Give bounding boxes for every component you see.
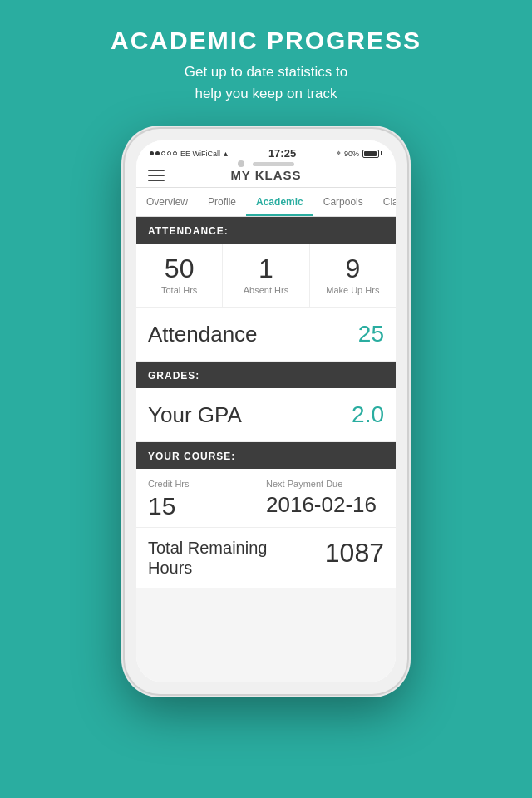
payment-label: Next Payment Due [266,479,384,489]
attendance-summary-value: 25 [358,321,384,347]
signal-icon [150,151,177,155]
hamburger-line-1 [148,170,165,171]
wifi-icon: ▴ [224,149,228,158]
attendance-summary-label: Attendance [148,322,258,347]
dot5 [173,151,177,155]
promo-subtitle: Get up to date statistics tohelp you kee… [111,62,421,104]
stat-makeup-hrs-value: 9 [317,255,389,282]
attendance-summary-row: Attendance 25 [136,308,396,362]
course-grid: Credit Hrs 15 Next Payment Due 2016-02-1… [148,479,384,520]
status-right: ⌖ 90% [337,149,382,158]
tab-classes-label: Cla... [383,196,396,208]
dot4 [167,151,171,155]
promo-title: ACADEMIC PROGRESS [111,27,421,55]
payment-col: Next Payment Due 2016-02-16 [266,479,384,520]
credit-label: Credit Hrs [148,479,266,489]
gpa-label: Your GPA [148,402,242,428]
phone-frame: EE WiFiCall ▴ 17:25 ⌖ 90% [125,129,407,694]
total-remaining-row: Total RemainingHours 1087 [136,528,396,588]
status-bar: EE WiFiCall ▴ 17:25 ⌖ 90% [136,140,396,163]
carrier-label: EE WiFiCall [180,150,220,158]
stat-total-hrs-label: Total Hrs [143,285,215,295]
battery-percent: 90% [344,150,359,158]
tabs-bar: Overview Profile Academic Carpools Cla..… [136,188,396,217]
hamburger-line-3 [148,180,165,181]
gpa-value: 2.0 [352,401,384,428]
stat-absent-hrs-label: Absent Hrs [229,285,302,295]
menu-button[interactable] [148,170,165,181]
speaker-grille [253,162,294,166]
course-row: Credit Hrs 15 Next Payment Due 2016-02-1… [136,469,396,528]
grades-header: GRADES: [136,362,396,388]
app-title: MY KLASS [165,168,367,182]
total-label: Total RemainingHours [148,538,325,578]
stat-total-hrs-value: 50 [143,255,215,282]
attendance-header: ATTENDANCE: [136,217,396,244]
tab-carpools[interactable]: Carpools [313,188,373,216]
camera-dot [238,160,244,167]
dot3 [161,151,165,155]
stat-total-hrs: 50 Total Hrs [136,244,223,307]
page-background: ACADEMIC PROGRESS Get up to date statist… [0,0,532,798]
promo-header: ACADEMIC PROGRESS Get up to date statist… [111,0,421,121]
status-time: 17:25 [268,147,296,160]
tab-profile[interactable]: Profile [198,188,246,216]
total-label-col: Total RemainingHours [148,538,325,578]
dot1 [150,151,154,155]
gpa-row: Your GPA 2.0 [136,388,396,442]
grades-header-text: GRADES: [148,370,200,382]
dot2 [155,151,160,155]
stat-makeup-hrs: 9 Make Up Hrs [310,244,396,307]
payment-value: 2016-02-16 [266,492,384,518]
credit-value: 15 [148,492,266,520]
attendance-header-text: ATTENDANCE: [148,225,229,237]
attendance-stats-row: 50 Total Hrs 1 Absent Hrs 9 Make Up Hrs [136,244,396,308]
course-header: YOUR COURSE: [136,442,396,469]
stat-absent-hrs-value: 1 [229,255,302,282]
location-icon: ⌖ [337,149,341,158]
stat-absent-hrs: 1 Absent Hrs [223,244,309,307]
course-header-text: YOUR COURSE: [148,451,235,462]
status-left: EE WiFiCall ▴ [150,149,228,158]
hamburger-line-2 [148,175,165,176]
tab-classes[interactable]: Cla... [373,188,396,216]
total-value: 1087 [325,538,384,569]
credit-col: Credit Hrs 15 [148,479,266,520]
content-area: ATTENDANCE: 50 Total Hrs 1 Absent Hrs [136,217,396,682]
phone-mockup: EE WiFiCall ▴ 17:25 ⌖ 90% [125,129,407,694]
tab-overview[interactable]: Overview [136,188,198,216]
battery-icon [362,150,382,158]
phone-screen: EE WiFiCall ▴ 17:25 ⌖ 90% [136,140,396,682]
phone-top-decor [238,160,294,167]
stat-makeup-hrs-label: Make Up Hrs [317,285,389,295]
tab-academic[interactable]: Academic [246,188,313,216]
